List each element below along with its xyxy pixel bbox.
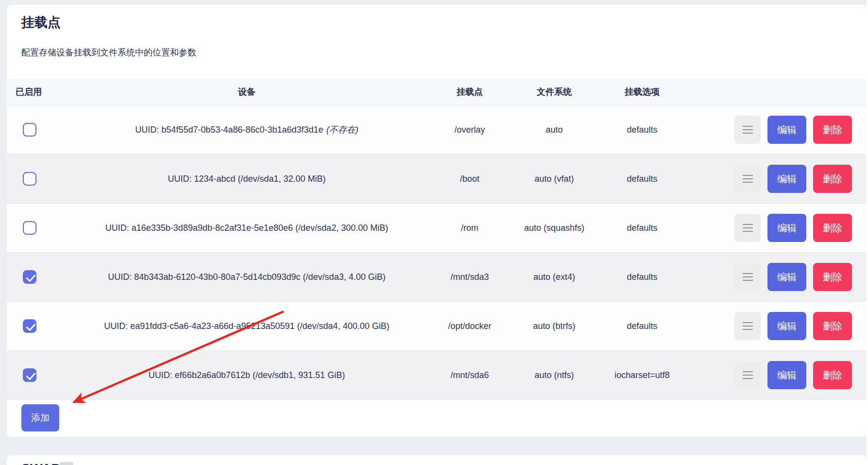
drag-handle-button[interactable] <box>734 263 761 291</box>
edit-button[interactable]: 编辑 <box>767 312 806 340</box>
table-row: UUID: ef66b2a6a0b7612b (/dev/sdb1, 931.5… <box>7 350 867 399</box>
hamburger-icon <box>743 273 753 281</box>
page-subtitle: 配置存储设备挂载到文件系统中的位置和参数 <box>21 47 852 79</box>
delete-button[interactable]: 删除 <box>813 361 852 389</box>
edit-button[interactable]: 编辑 <box>767 263 806 291</box>
enabled-checkbox[interactable] <box>23 172 36 186</box>
mount-options-value: defaults <box>583 321 701 331</box>
header-filesystem: 文件系统 <box>526 86 583 98</box>
edit-button[interactable]: 编辑 <box>767 116 806 144</box>
mount-point-value: /overlay <box>414 125 526 135</box>
device-label: UUID: 1234-abcd (/dev/sda1, 32.00 MiB) <box>168 174 325 184</box>
header-mount-point: 挂载点 <box>414 86 526 98</box>
add-button[interactable]: 添加 <box>21 404 59 431</box>
table-row: UUID: a16e335b-3d89a9db-8c2af31e-5e1e80e… <box>7 203 867 252</box>
next-section-badge <box>60 462 73 465</box>
mount-options-value: defaults <box>583 272 701 282</box>
device-label: UUID: a16e335b-3d89a9db-8c2af31e-5e1e80e… <box>105 223 388 233</box>
filesystem-value: auto (ntfs) <box>526 370 583 380</box>
header-enabled: 已启用 <box>7 86 80 98</box>
enabled-checkbox[interactable] <box>23 221 36 235</box>
mount-point-value: /mnt/sda3 <box>414 272 526 282</box>
mount-options-value: defaults <box>583 174 701 184</box>
table-row: UUID: ea91fdd3-c5a6-4a23-a66d-a95213a505… <box>7 301 867 350</box>
enabled-checkbox[interactable] <box>23 123 36 137</box>
drag-handle-button[interactable] <box>734 361 761 389</box>
filesystem-value: auto <box>526 125 583 135</box>
enabled-checkbox[interactable] <box>23 368 36 382</box>
mount-points-card: 挂载点 配置存储设备挂载到文件系统中的位置和参数 已启用 设备 挂载点 文件系统… <box>7 5 867 437</box>
page-title: 挂载点 <box>21 14 852 31</box>
device-label: UUID: ef66b2a6a0b7612b (/dev/sdb1, 931.5… <box>149 370 345 380</box>
table-row: UUID: 1234-abcd (/dev/sda1, 32.00 MiB) /… <box>7 154 867 203</box>
delete-button[interactable]: 删除 <box>813 214 852 242</box>
device-label: UUID: ea91fdd3-c5a6-4a23-a66d-a95213a505… <box>104 321 389 331</box>
enabled-checkbox[interactable] <box>23 319 36 333</box>
filesystem-value: auto (vfat) <box>526 174 583 184</box>
edit-button[interactable]: 编辑 <box>767 214 806 242</box>
delete-button[interactable]: 删除 <box>813 116 852 144</box>
delete-button[interactable]: 删除 <box>813 312 852 340</box>
header-device: 设备 <box>80 86 414 98</box>
hamburger-icon <box>743 224 753 232</box>
table-row: UUID: b54f55d7-0b53-4a86-86c0-3b1a6d3f3d… <box>7 105 867 154</box>
next-section-title: SWAP <box>21 462 60 465</box>
mount-options-value: iocharset=utf8 <box>583 370 701 380</box>
delete-button[interactable]: 删除 <box>813 263 852 291</box>
table-row: UUID: 84b343ab-6120-43b0-80a7-5d14cb093d… <box>7 252 867 301</box>
drag-handle-button[interactable] <box>734 165 761 193</box>
device-label: UUID: 84b343ab-6120-43b0-80a7-5d14cb093d… <box>108 272 385 282</box>
mount-point-value: /rom <box>414 223 526 233</box>
mount-points-table: 已启用 设备 挂载点 文件系统 挂载选项 UUID: b54f55d7-0b53… <box>7 79 867 400</box>
drag-handle-button[interactable] <box>734 312 761 340</box>
filesystem-value: auto (btrfs) <box>526 321 583 331</box>
device-note: (不存在) <box>326 124 358 136</box>
drag-handle-button[interactable] <box>734 116 761 144</box>
hamburger-icon <box>743 371 753 379</box>
filesystem-value: auto (ext4) <box>526 272 583 282</box>
mount-options-value: defaults <box>583 223 701 233</box>
hamburger-icon <box>743 126 753 134</box>
mount-point-value: /opt/docker <box>414 321 526 331</box>
hamburger-icon <box>743 322 753 330</box>
edit-button[interactable]: 编辑 <box>767 165 806 193</box>
table-header-row: 已启用 设备 挂载点 文件系统 挂载选项 <box>7 79 867 105</box>
mount-point-value: /mnt/sda6 <box>414 370 526 380</box>
header-options: 挂载选项 <box>583 86 701 98</box>
mount-options-value: defaults <box>583 125 701 135</box>
hamburger-icon <box>743 175 753 183</box>
device-label: UUID: b54f55d7-0b53-4a86-86c0-3b1a6d3f3d… <box>135 125 323 135</box>
enabled-checkbox[interactable] <box>23 270 36 284</box>
edit-button[interactable]: 编辑 <box>767 361 806 389</box>
drag-handle-button[interactable] <box>734 214 761 242</box>
mount-point-value: /boot <box>414 174 526 184</box>
next-section-card: SWAP <box>7 455 867 465</box>
delete-button[interactable]: 删除 <box>813 165 852 193</box>
filesystem-value: auto (squashfs) <box>526 223 583 233</box>
